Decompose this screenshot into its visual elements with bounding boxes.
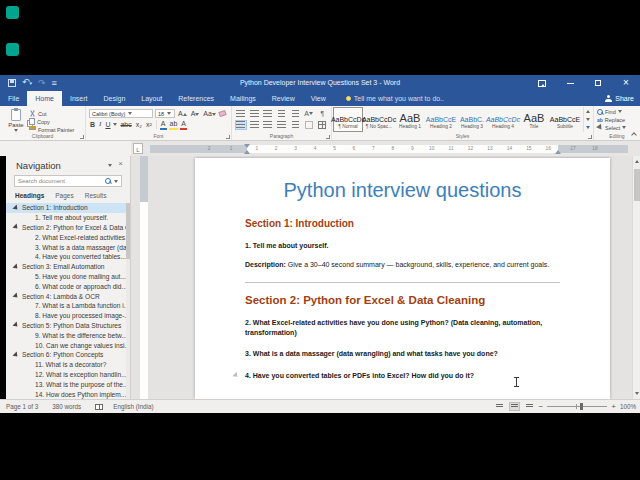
navigation-heading-item[interactable]: 9. What is the difference betw... — [6, 330, 126, 340]
increase-indent-button[interactable] — [289, 109, 301, 119]
navigation-heading-item[interactable]: 14. How does Python implem... — [6, 389, 126, 399]
navigation-heading-item[interactable]: 4. Have you converted tables... — [6, 252, 126, 262]
scroll-up-icon[interactable] — [635, 160, 639, 163]
styles-gallery-scroll[interactable] — [583, 107, 592, 132]
italic-button[interactable]: I — [98, 120, 102, 129]
font-size-select[interactable]: 18 — [155, 109, 175, 118]
minimize-button[interactable] — [556, 75, 584, 91]
clear-formatting-icon[interactable] — [218, 110, 226, 117]
document-block[interactable]: Section 2: Python for Excel & Data Clean… — [245, 294, 560, 306]
text-effects-button[interactable]: A — [160, 119, 167, 130]
navigation-tab[interactable]: Results — [85, 192, 107, 199]
grow-font-button[interactable]: A — [177, 109, 188, 118]
navigation-heading-item[interactable]: 11. What is a decorator? — [6, 360, 126, 370]
navigation-heading-item[interactable]: 12. What is exception handlin... — [6, 370, 126, 380]
horizontal-ruler[interactable]: 21 12345678910111213141516 1718 — [150, 145, 628, 153]
numbering-button[interactable] — [249, 109, 261, 119]
right-indent-marker[interactable] — [555, 150, 561, 154]
collapse-triangle-icon[interactable] — [12, 322, 19, 329]
document-block[interactable]: 1. Tell me about yourself. — [245, 241, 560, 251]
zoom-slider[interactable] — [547, 402, 607, 411]
borders-button[interactable] — [316, 120, 328, 130]
document-page[interactable]: Python interview questions Section 1: In… — [195, 158, 610, 399]
shrink-font-button[interactable]: A — [190, 109, 201, 118]
copy-button[interactable]: Copy — [29, 118, 74, 125]
justify-button[interactable] — [276, 120, 288, 130]
align-left-button[interactable] — [235, 120, 247, 130]
align-right-button[interactable] — [262, 120, 274, 130]
document-title[interactable]: Python interview questions — [245, 178, 560, 203]
bullets-button[interactable] — [235, 109, 247, 119]
vertical-ruler[interactable] — [140, 156, 148, 399]
zoom-level[interactable]: 100% — [620, 403, 636, 410]
ribbon-tab[interactable]: Review — [264, 91, 303, 106]
navigation-heading-item[interactable]: Section 4: Lambda & OCR — [6, 291, 126, 301]
redo-icon[interactable]: ↷ — [38, 79, 46, 88]
scrollbar-thumb[interactable] — [634, 169, 640, 201]
ribbon-tab[interactable]: References — [170, 91, 222, 106]
zoom-out-button[interactable]: − — [539, 403, 544, 411]
bold-button[interactable]: B — [89, 120, 96, 129]
navigation-tab[interactable]: Headings — [15, 192, 44, 199]
style-card[interactable]: AaBHeading 1 — [395, 107, 425, 132]
proofing-icon[interactable] — [95, 404, 103, 410]
ribbon-tab[interactable]: View — [303, 91, 334, 106]
undo-icon[interactable]: ↶▾ — [22, 78, 32, 88]
change-case-button[interactable]: Aa — [202, 109, 217, 118]
styles-dialog-launcher-icon[interactable] — [588, 135, 592, 139]
zoom-in-button[interactable]: + — [611, 403, 616, 411]
search-input[interactable]: Search document — [14, 175, 122, 187]
navigation-heading-item[interactable]: 1. Tell me about yourself. — [6, 213, 126, 223]
zoom-slider-handle[interactable] — [580, 403, 583, 410]
navigation-scrollbar[interactable] — [126, 203, 130, 399]
highlight-color-button[interactable]: ab — [169, 119, 179, 130]
find-button[interactable]: Find — [597, 108, 637, 115]
clipboard-dialog-launcher-icon[interactable] — [80, 135, 84, 139]
search-options-icon[interactable] — [114, 180, 118, 183]
restore-button[interactable] — [584, 75, 612, 91]
print-layout-button[interactable] — [509, 402, 520, 411]
document-block[interactable]: 3. What is a data massager (data wrangli… — [245, 349, 560, 359]
navigation-heading-item[interactable]: 10. Can we change values insi... — [6, 340, 126, 350]
navigation-heading-item[interactable]: 3. What is a data massager (da... — [6, 242, 126, 252]
share-button[interactable]: Share — [605, 91, 634, 106]
collapse-triangle-icon[interactable] — [12, 293, 19, 300]
save-icon[interactable] — [8, 79, 16, 87]
line-spacing-button[interactable] — [289, 120, 301, 130]
ribbon-tab[interactable]: Insert — [62, 91, 96, 106]
select-button[interactable]: Select — [597, 124, 637, 131]
underline-button[interactable]: U — [104, 120, 111, 129]
hanging-indent-marker[interactable] — [244, 150, 250, 154]
strikethrough-button[interactable]: abc — [119, 120, 132, 129]
style-card[interactable]: AaBbCcDc¶ Normal — [333, 107, 363, 132]
font-dialog-launcher-icon[interactable] — [226, 135, 230, 139]
navigation-tab[interactable]: Pages — [55, 192, 73, 199]
style-card[interactable]: AaBbC.Heading 3 — [457, 107, 487, 132]
format-painter-button[interactable]: Format Painter — [29, 126, 74, 133]
navigation-heading-item[interactable]: Section 6: Python Concepts — [6, 350, 126, 360]
ribbon-tab[interactable]: File — [0, 91, 27, 106]
document-block[interactable]: Description: Give a 30–40 second summary… — [245, 260, 560, 270]
customize-qat-icon[interactable]: ≡ — [52, 79, 57, 88]
show-formatting-button[interactable]: ¶ — [316, 109, 328, 119]
paste-button[interactable]: Paste — [3, 108, 29, 132]
ribbon-tab[interactable]: Mailings — [222, 91, 264, 106]
scroll-down-icon[interactable] — [635, 392, 639, 395]
word-count[interactable]: 380 words — [52, 403, 81, 410]
navigation-options-icon[interactable] — [108, 164, 112, 167]
read-mode-button[interactable] — [494, 402, 505, 411]
font-name-select[interactable]: Calibri (Body) — [89, 109, 153, 118]
language-indicator[interactable]: English (India) — [113, 403, 153, 410]
collapse-triangle-icon[interactable] — [12, 351, 19, 358]
ribbon-tab[interactable]: Design — [95, 91, 133, 106]
tell-me-box[interactable]: Tell me what you want to do.. — [346, 91, 444, 106]
multilevel-list-button[interactable] — [262, 109, 274, 119]
replace-button[interactable]: abReplace — [597, 116, 637, 123]
style-card[interactable]: AaBbCcDcHeading 4 — [488, 107, 518, 132]
first-line-indent-marker[interactable] — [244, 144, 250, 148]
navigation-heading-item[interactable]: 5. Have you done mailing aut... — [6, 272, 126, 282]
cut-button[interactable]: Cut — [29, 110, 74, 117]
navigation-heading-item[interactable]: 13. What is the purpose of the... — [6, 379, 126, 389]
collapse-triangle-icon[interactable] — [12, 263, 19, 270]
ribbon-tab[interactable]: Layout — [133, 91, 170, 106]
